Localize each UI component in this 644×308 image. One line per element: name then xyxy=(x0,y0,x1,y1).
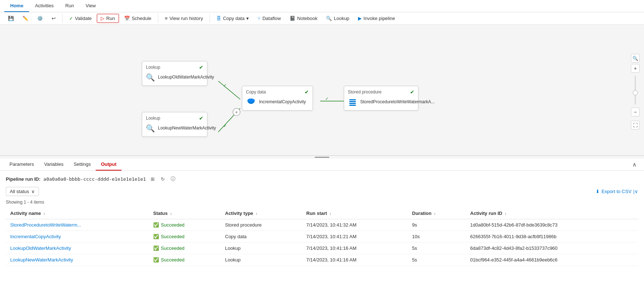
export-chevron: |∨ xyxy=(633,189,638,194)
nav-tab-activities[interactable]: Activities xyxy=(29,0,59,12)
canvas-search-button[interactable]: 🔍 xyxy=(631,54,640,63)
lookup1-node[interactable]: Lookup ✔ 🔍 LookupOldWaterMarkActivity xyxy=(142,61,207,86)
cell-run-start: 7/14/2023, 10:41:32 AM xyxy=(302,219,408,231)
lookup-toolbar-button[interactable]: 🔍 Lookup xyxy=(322,14,353,23)
copy-data-button[interactable]: 🗄 Copy data ▾ xyxy=(213,14,253,23)
save-button[interactable]: 💾 xyxy=(4,14,17,23)
status-filter-label: All status xyxy=(10,189,29,194)
table-row: LookupOldWaterMarkActivity ✅ Succeeded L… xyxy=(6,243,638,254)
status-badge: ✅ Succeeded xyxy=(153,234,216,239)
col-run-start[interactable]: Run start ↕ xyxy=(302,208,408,219)
output-table: Activity name ↕ Status ↕ Activity type ↕… xyxy=(6,208,638,266)
cell-status: ✅ Succeeded xyxy=(149,231,220,243)
cell-activity-name: IncrementalCopyActivity xyxy=(6,231,149,243)
cell-status: ✅ Succeeded xyxy=(149,243,220,254)
invoke-pipeline-button[interactable]: ▶ Invoke pipeline xyxy=(354,14,399,23)
bottom-panel: Parameters Variables Settings Output ∧ P… xyxy=(0,159,644,308)
tab-variables[interactable]: Variables xyxy=(39,159,68,171)
svg-rect-12 xyxy=(349,103,356,104)
svg-text:✓: ✓ xyxy=(223,83,227,87)
info-run-button[interactable]: ⓘ xyxy=(169,175,176,183)
col-duration[interactable]: Duration ↕ xyxy=(408,208,466,219)
stored-proc-node[interactable]: Stored procedure ✔ StoredProceduretoWrit… xyxy=(344,86,418,111)
view-run-history-label: View run history xyxy=(170,16,203,21)
cell-run-start: 7/14/2023, 10:41:16 AM xyxy=(302,243,408,254)
run-button[interactable]: ▷ Run xyxy=(97,14,119,23)
validate-label: Validate xyxy=(75,16,92,21)
undo-button[interactable]: ↩ xyxy=(48,14,59,23)
copy-data-body: IncrementalCopyActivity xyxy=(246,97,309,107)
schedule-button[interactable]: 📅 Schedule xyxy=(120,14,155,23)
panel-divider[interactable] xyxy=(0,156,644,159)
notebook-button[interactable]: 📓 Notebook xyxy=(286,14,321,23)
divider-handle[interactable] xyxy=(315,157,329,158)
zoom-in-button[interactable]: + xyxy=(631,64,640,73)
edit-icon: ✏️ xyxy=(23,16,28,21)
fullscreen-button[interactable]: ⛶ xyxy=(631,121,640,129)
cell-activity-run-id: 6da873df-4c82-4d43-8fa2-b1533737c960 xyxy=(466,243,638,254)
lookup1-header: Lookup ✔ xyxy=(146,64,203,70)
run-play-icon: ▷ xyxy=(101,16,104,21)
table-header-row: Activity name ↕ Status ↕ Activity type ↕… xyxy=(6,208,638,219)
export-csv-button[interactable]: ⬇ Export to CSV |∨ xyxy=(596,189,638,194)
sort-run-start[interactable]: ↕ xyxy=(329,212,331,216)
refresh-run-button[interactable]: ↻ xyxy=(159,175,166,183)
sort-duration[interactable]: ↕ xyxy=(434,212,436,216)
copy-data-node[interactable]: Copy data ✔ IncrementalCopyActivity xyxy=(242,86,313,111)
lookup1-label: LookupOldWaterMarkActivity xyxy=(158,75,214,80)
svg-text:✓: ✓ xyxy=(325,96,329,101)
sort-activity-type[interactable]: ↕ xyxy=(255,212,257,216)
dataflow-icon: ⑂ xyxy=(258,16,261,21)
cell-run-start: 7/14/2023, 10:41:21 AM xyxy=(302,231,408,243)
dataflow-button[interactable]: ⑂ Dataflow xyxy=(254,14,285,23)
cell-activity-name[interactable]: LookupNewWaterMarkActivity xyxy=(6,254,149,266)
lookup2-node[interactable]: Lookup ✔ 🔍 LookupNewWaterMarkActivity xyxy=(142,112,207,137)
validate-button[interactable]: ✓ Validate xyxy=(65,14,95,23)
pipeline-run-id-value: a0a0a0a0-bbbb-cccc-dddd-e1e1e1e1e1e1 xyxy=(43,176,146,182)
edit-button[interactable]: ✏️ xyxy=(19,14,32,23)
activity-name-link[interactable]: StoredProceduretoWriteWaterm... xyxy=(10,222,81,228)
cell-activity-run-id: 6266355f-7b16-4011-9d38-acfb9f11986b xyxy=(466,231,638,243)
col-activity-run-id[interactable]: Activity run ID ↕ xyxy=(466,208,638,219)
copy-run-id-button[interactable]: ⊞ xyxy=(149,175,156,183)
activity-name-link[interactable]: LookupNewWaterMarkActivity xyxy=(10,257,73,263)
view-run-history-button[interactable]: ≡ View run history xyxy=(161,14,207,23)
copy-data-label: Copy data xyxy=(223,16,245,21)
nav-tab-view[interactable]: View xyxy=(80,0,102,12)
activity-name-link[interactable]: LookupOldWaterMarkActivity xyxy=(10,245,71,251)
col-status[interactable]: Status ↕ xyxy=(149,208,220,219)
sort-activity-name[interactable]: ↕ xyxy=(43,212,45,216)
svg-line-0 xyxy=(218,81,240,99)
svg-text:✓: ✓ xyxy=(223,124,227,128)
history-icon: ≡ xyxy=(165,16,168,21)
panel-collapse-button[interactable]: ∧ xyxy=(629,160,640,169)
calendar-icon: 📅 xyxy=(124,16,130,21)
success-icon: ✅ xyxy=(153,222,159,228)
save-icon: 💾 xyxy=(8,16,14,21)
cell-duration: 5s xyxy=(408,243,466,254)
sort-activity-run-id[interactable]: ↕ xyxy=(505,212,506,216)
pipeline-canvas[interactable]: ✓ ✓ ✓ + Lookup ✔ 🔍 LookupOldWaterMarkAct… xyxy=(0,25,644,156)
undo-icon: ↩ xyxy=(52,16,56,21)
col-activity-name[interactable]: Activity name ↕ xyxy=(6,208,149,219)
tab-settings[interactable]: Settings xyxy=(68,159,96,171)
nav-tabs: Home Activities Run View xyxy=(0,0,644,12)
cell-activity-name[interactable]: LookupOldWaterMarkActivity xyxy=(6,243,149,254)
col-activity-type[interactable]: Activity type ↕ xyxy=(221,208,302,219)
tab-output[interactable]: Output xyxy=(96,159,122,171)
invoke-icon: ▶ xyxy=(358,16,362,21)
sort-status[interactable]: ↕ xyxy=(170,212,172,216)
cell-status: ✅ Succeeded xyxy=(149,219,220,231)
cell-activity-type: Lookup xyxy=(221,254,302,266)
tab-parameters[interactable]: Parameters xyxy=(4,159,39,171)
nav-tab-run[interactable]: Run xyxy=(59,0,80,12)
stored-proc-icon xyxy=(348,97,357,107)
zoom-out-button[interactable]: − xyxy=(631,108,640,116)
status-filter-dropdown[interactable]: All status ∨ xyxy=(6,187,39,196)
activity-name-link[interactable]: IncrementalCopyActivity xyxy=(10,234,61,239)
lookup-label: Lookup xyxy=(334,16,349,21)
nav-tab-home[interactable]: Home xyxy=(4,0,29,12)
settings-button[interactable]: ⚙️ xyxy=(33,14,47,23)
zoom-slider[interactable] xyxy=(635,76,636,105)
panel-tabs: Parameters Variables Settings Output ∧ xyxy=(0,159,644,171)
